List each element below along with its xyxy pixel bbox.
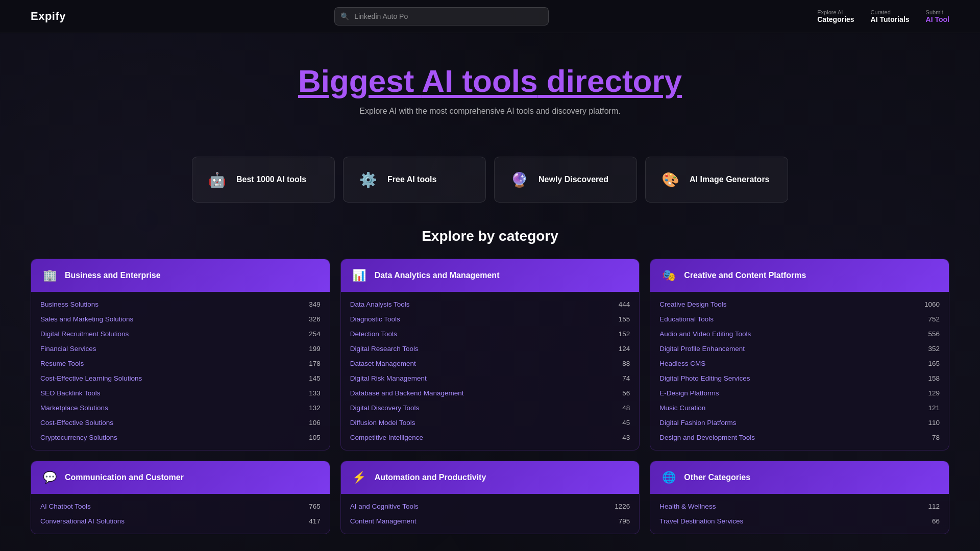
search-icon: 🔍 [340,12,349,20]
list-item[interactable]: SEO Backlink Tools133 [31,386,330,400]
explore-section: Explore by category 🏢Business and Enterp… [0,228,980,534]
newly-icon: 🔮 [507,167,531,192]
category-item-name: Diagnostic Tools [350,315,400,323]
list-item[interactable]: Travel Destination Services66 [650,514,949,529]
category-item-count: 254 [309,330,321,338]
category-icon-automation: ⚡ [350,468,369,487]
categories-grid: 🏢Business and EnterpriseBusiness Solutio… [31,259,949,534]
category-title-data: Data Analytics and Management [375,271,500,280]
category-header-business[interactable]: 🏢Business and Enterprise [31,259,330,292]
category-icon-other: 🌐 [659,468,678,487]
category-item-name: Financial Services [40,345,96,353]
list-item[interactable]: Cost-Effective Solutions106 [31,415,330,430]
category-header-other[interactable]: 🌐Other Categories [650,461,949,494]
category-items-creative: Creative Design Tools1060Educational Too… [650,292,949,450]
list-item[interactable]: Diagnostic Tools155 [341,312,640,327]
category-item-count: 145 [309,374,321,382]
category-item-name: Digital Risk Management [350,374,427,382]
list-item[interactable]: Digital Fashion Platforms110 [650,415,949,430]
nav-item-submit[interactable]: Submit AI Tool [926,9,949,23]
list-item[interactable]: Digital Risk Management74 [341,371,640,386]
list-item[interactable]: Diffusion Model Tools45 [341,415,640,430]
feature-card-imagegen[interactable]: 🎨 AI Image Generators [645,157,788,203]
category-item-name: Digital Discovery Tools [350,404,420,412]
category-item-count: 1226 [615,503,630,510]
list-item[interactable]: Database and Backend Management56 [341,386,640,400]
list-item[interactable]: Content Management795 [341,514,640,529]
category-card-other: 🌐Other CategoriesHealth & Wellness112Tra… [650,461,949,534]
list-item[interactable]: Competitive Intelligence43 [341,430,640,445]
logo[interactable]: Expify [31,10,66,23]
category-item-name: Design and Development Tools [659,434,755,441]
category-item-name: Dataset Management [350,360,416,367]
category-item-name: Cost-Effective Solutions [40,419,113,427]
category-item-count: 112 [928,503,940,510]
category-header-data[interactable]: 📊Data Analytics and Management [341,259,640,292]
list-item[interactable]: Digital Research Tools124 [341,341,640,356]
list-item[interactable]: Cost-Effective Learning Solutions145 [31,371,330,386]
category-item-name: Diffusion Model Tools [350,419,415,427]
list-item[interactable]: Dataset Management88 [341,356,640,371]
category-item-name: Conversational AI Solutions [40,517,125,525]
category-title-communication: Communication and Customer [65,473,184,482]
category-header-creative[interactable]: 🎭Creative and Content Platforms [650,259,949,292]
category-item-name: Creative Design Tools [659,300,726,308]
list-item[interactable]: Design and Development Tools78 [650,430,949,445]
list-item[interactable]: Digital Profile Enhancement352 [650,341,949,356]
list-item[interactable]: Detection Tools152 [341,327,640,341]
category-item-count: 88 [622,360,630,367]
list-item[interactable]: Marketplace Solutions132 [31,400,330,415]
category-item-count: 444 [619,300,630,308]
category-item-count: 178 [309,360,321,367]
list-item[interactable]: E-Design Platforms129 [650,386,949,400]
list-item[interactable]: Digital Discovery Tools48 [341,400,640,415]
category-item-count: 133 [309,389,321,397]
category-item-count: 129 [928,389,940,397]
list-item[interactable]: Health & Wellness112 [650,499,949,514]
list-item[interactable]: Digital Recruitment Solutions254 [31,327,330,341]
list-item[interactable]: Creative Design Tools1060 [650,297,949,312]
category-header-communication[interactable]: 💬Communication and Customer [31,461,330,494]
category-item-count: 158 [928,374,940,382]
category-card-business: 🏢Business and EnterpriseBusiness Solutio… [31,259,330,450]
category-items-communication: AI Chatbot Tools765Conversational AI Sol… [31,494,330,534]
category-item-name: Cryptocurrency Solutions [40,434,117,441]
nav-item-tutorials[interactable]: Curated AI Tutorials [871,9,910,23]
list-item[interactable]: AI Chatbot Tools765 [31,499,330,514]
nav-item-categories[interactable]: Explore AI Categories [817,9,854,23]
category-item-count: 352 [928,345,940,353]
imagegen-label: AI Image Generators [690,175,770,184]
list-item[interactable]: Cryptocurrency Solutions105 [31,430,330,445]
list-item[interactable]: Music Curation121 [650,400,949,415]
category-item-count: 78 [932,434,940,441]
category-item-count: 121 [928,404,940,412]
category-items-business: Business Solutions349Sales and Marketing… [31,292,330,450]
list-item[interactable]: Financial Services199 [31,341,330,356]
category-icon-business: 🏢 [40,266,59,285]
list-item[interactable]: Headless CMS165 [650,356,949,371]
list-item[interactable]: Business Solutions349 [31,297,330,312]
list-item[interactable]: Resume Tools178 [31,356,330,371]
category-item-name: Music Curation [659,404,705,412]
list-item[interactable]: Conversational AI Solutions417 [31,514,330,529]
feature-card-newly[interactable]: 🔮 Newly Discovered [494,157,637,203]
list-item[interactable]: Digital Photo Editing Services158 [650,371,949,386]
category-item-name: AI Chatbot Tools [40,503,91,510]
list-item[interactable]: Audio and Video Editing Tools556 [650,327,949,341]
search-input[interactable] [334,7,549,26]
category-item-name: E-Design Platforms [659,389,719,397]
category-title-creative: Creative and Content Platforms [684,271,806,280]
category-item-count: 349 [309,300,321,308]
list-item[interactable]: Sales and Marketing Solutions326 [31,312,330,327]
category-item-name: Educational Tools [659,315,714,323]
category-header-automation[interactable]: ⚡Automation and Productivity [341,461,640,494]
feature-card-freeai[interactable]: ⚙️ Free AI tools [343,157,486,203]
category-item-count: 556 [928,330,940,338]
category-item-count: 106 [309,419,321,427]
list-item[interactable]: Data Analysis Tools444 [341,297,640,312]
feature-card-best1000[interactable]: 🤖 Best 1000 AI tools [192,157,335,203]
list-item[interactable]: AI and Cognitive Tools1226 [341,499,640,514]
list-item[interactable]: Educational Tools752 [650,312,949,327]
category-item-name: Sales and Marketing Solutions [40,315,133,323]
category-item-count: 152 [619,330,630,338]
